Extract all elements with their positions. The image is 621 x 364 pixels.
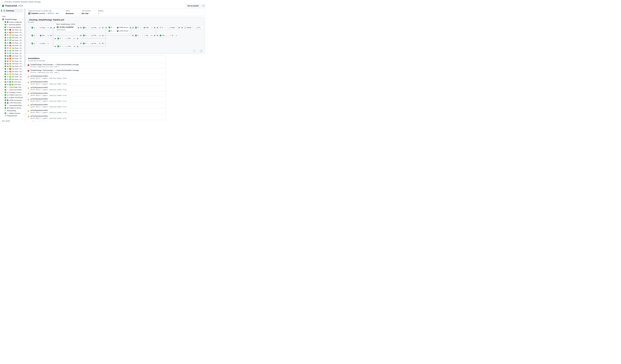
- docs-group-node: S... / ... / HTML Docume...55sS... / ...…: [107, 25, 129, 33]
- penguin-icon: [7, 32, 9, 33]
- sidebar-job-item[interactable]: PublishOnPyPI: [1, 114, 23, 117]
- sidebar-job-item[interactable]: Unit Tests - Python 3.9: [1, 29, 23, 31]
- sidebar-job-item[interactable]: ✎Generate pipeline parameters: [1, 26, 23, 29]
- annotation-title[interactable]: pyTooling/upload-artifact: [31, 92, 68, 94]
- annotation-title[interactable]: pyTooling/upload-artifact: [31, 104, 68, 105]
- actor-link[interactable]: Paebbels: [31, 13, 38, 14]
- annotation-title[interactable]: SimplePackage / DocCoverage / Check docu…: [31, 69, 79, 71]
- sidebar-job-item[interactable]: Unit Tests - Python 3.12: [1, 63, 23, 65]
- sidebar-job-item[interactable]: Publish Code Coverage Results: [1, 94, 23, 96]
- sidebar-job-item[interactable]: Unit Tests - Python 3.10: [1, 57, 23, 60]
- sidebar-job-item[interactable]: Unit Tests - Python 3.10: [1, 44, 23, 47]
- avatar[interactable]: [28, 12, 30, 15]
- sidebar-job-item[interactable]: Unit Tests - Python 3.13: [1, 39, 23, 42]
- sidebar-job-item[interactable]: Publish to GH-Pages: [1, 107, 23, 109]
- graph-node-docs[interactable]: S... / ... / HTML Docume...55s: [108, 27, 128, 28]
- branch-badge[interactable]: dev: [55, 13, 59, 14]
- zoom-in-button[interactable]: +: [200, 50, 203, 52]
- graph-node-gen2[interactable]: S... / ... / ✎ Generate pipelin...0s: [30, 42, 50, 45]
- sidebar-job-item[interactable]: Unit Tests - Python 3.9: [1, 68, 23, 70]
- sidebar-job-item[interactable]: Unit Tests - Python 3.12: [1, 50, 23, 52]
- sidebar-job-item[interactable]: Check documentation covera...: [1, 88, 23, 91]
- sidebar-job-item[interactable]: Package in Source and Wheel...: [1, 91, 23, 94]
- graph-node-gen1[interactable]: S... / ... / ✎ Generate pipelin...0s: [30, 26, 50, 29]
- graph-node-checkstatic[interactable]: S... / ... / Check Static Ty...17s: [56, 37, 77, 40]
- sidebar-job-item[interactable]: Extract configurations from p...: [1, 21, 23, 23]
- sidebar-job-item[interactable]: ✎Generate pipeline parameters: [1, 23, 23, 26]
- sidebar-job-item[interactable]: Unit Tests - Python 3.13: [1, 52, 23, 55]
- sidebar-group-simplepackage[interactable]: SimplePackage: [1, 18, 23, 21]
- python-version-dot-green-icon: [9, 39, 11, 41]
- annotation-detail: macOS doesn't support removing hidden fi…: [31, 117, 68, 119]
- memo-icon: [168, 27, 170, 29]
- annotation-title[interactable]: pyTooling/upload-artifact: [31, 98, 68, 100]
- zoom-out-button[interactable]: −: [197, 50, 200, 52]
- annotation-title[interactable]: pyTooling/upload-artifact: [31, 75, 68, 77]
- graph-node-create[interactable]: S... / ... / Create 'Release Pa...: [158, 26, 178, 29]
- sidebar-job-item[interactable]: Unit Tests - Python 3.12: [1, 75, 23, 78]
- graph-node-pubcov[interactable]: S... / ... / Publish Code C...20s: [82, 26, 102, 29]
- success-check-icon: [4, 81, 6, 83]
- graph-port-dot: [130, 27, 131, 28]
- page-header: ← Verification of Pipeline Templates (Si…: [0, 0, 207, 8]
- annotation-title[interactable]: pyTooling/upload-artifact: [31, 115, 68, 117]
- annotation-title[interactable]: pyTooling/upload-artifact: [31, 109, 68, 111]
- sidebar-job-item[interactable]: Unit Tests - Python 3.9: [1, 42, 23, 44]
- graph-node-docs[interactable]: S... / ... / LaTeX Docume...51s: [108, 30, 128, 32]
- sidebar-job-item[interactable]: Unit Tests - Python 3.9: [1, 55, 23, 57]
- graph-node-extract[interactable]: S... / ... / Extract configur...4s: [30, 34, 50, 37]
- python-version-dot-yellow-icon: [9, 34, 11, 36]
- graph-node-ghpages[interactable]: S... / ... / Publish to GH-P...7s: [134, 26, 154, 29]
- graph-node-pubtest[interactable]: S... / ... / Publish Test Re...13s: [82, 34, 102, 37]
- kebab-menu-button[interactable]: •••: [202, 4, 206, 8]
- graph-node-checkdoc[interactable]: S... / ... / Check docume...18s: [56, 45, 77, 48]
- chart-icon: [91, 27, 93, 29]
- annotation-row: pyTooling/upload-artifactmacOS doesn't s…: [26, 74, 165, 80]
- sidebar-job-item[interactable]: Unit Tests - Python 3.12: [1, 83, 23, 86]
- warning-icon: [28, 93, 29, 95]
- sidebar-job-item[interactable]: Unit Tests - Python 3.10: [1, 31, 23, 34]
- sidebar-job-item[interactable]: Unit Tests - Python 3.11: [1, 60, 23, 63]
- sidebar-job-item[interactable]: HTML Documentation using ...: [1, 99, 23, 102]
- graph-node-pypi[interactable]: Simple... / ... / Publish to PyPI: [183, 26, 204, 29]
- annotation-title[interactable]: pyTooling/upload-artifact: [31, 81, 68, 83]
- annotation-detail: macOS doesn't support removing hidden fi…: [31, 112, 68, 113]
- status-label: Status: [66, 10, 76, 12]
- sidebar-job-item[interactable]: LaTeX Documentation using ...: [1, 102, 23, 104]
- sidebar-item-summary[interactable]: Summary: [2, 9, 23, 13]
- sidebar-job-item[interactable]: Unit Tests - Python 3.11: [1, 34, 23, 36]
- sidebar-job-item[interactable]: Publish Test Results: [1, 96, 23, 99]
- annotation-title[interactable]: SimplePackage / DocCoverage / Check docu…: [31, 64, 79, 66]
- success-check-icon: [4, 76, 6, 78]
- action-text: pushed: [39, 13, 45, 14]
- rerun-all-jobs-button[interactable]: Re-run all jobs: [186, 4, 200, 8]
- package-icon: [7, 91, 9, 93]
- chevron-up-icon[interactable]: [22, 19, 23, 20]
- graph-node-package[interactable]: S... / ... / Package in Sou...18s: [82, 42, 102, 45]
- annotation-title[interactable]: pyTooling/upload-artifact: [31, 87, 68, 88]
- sidebar-job-item[interactable]: Check Static Typing using Pyt...: [1, 86, 23, 88]
- sidebar-job-item[interactable]: Unit Tests - Python 3.11: [1, 73, 23, 75]
- graph-port-dot: [133, 27, 133, 28]
- sidebar-job-item[interactable]: Unit Tests - Python 3.13: [1, 78, 23, 81]
- sidebar-job-item[interactable]: Unit Tests - Python 3.13: [1, 65, 23, 68]
- sidebar-job-item[interactable]: Unit Tests - Python 3.12: [1, 36, 23, 39]
- show-all-jobs-link[interactable]: Show all jobs: [57, 29, 76, 31]
- annotation-title[interactable]: pyTooling/upload-artifact: [31, 121, 68, 121]
- windows-icon: [7, 50, 9, 52]
- sidebar-job-item[interactable]: ReleasePage: [1, 109, 23, 112]
- commit-link[interactable]: d0f07e1: [46, 13, 54, 14]
- back-link[interactable]: ← Verification of Pipeline Templates (Si…: [1, 1, 206, 3]
- fullscreen-button[interactable]: [193, 50, 196, 52]
- sidebar-job-item[interactable]: Intermediate Artifact Cleanup: [1, 104, 23, 107]
- sidebar-job-item[interactable]: Unit Tests - Python 3.10: [1, 70, 23, 73]
- sidebar-job-item[interactable]: Artifact Cleanup: [1, 112, 23, 115]
- graph-node-intermediate[interactable]: S... / ... / Intermediate A...16s: [134, 34, 154, 37]
- node-duration: 16s: [150, 35, 153, 36]
- sidebar-scrollbar-thumb[interactable]: [24, 9, 25, 67]
- chart-icon: [7, 94, 9, 96]
- graph-node-artifact[interactable]: Sim... / ... / Artifact Cleanup4s: [158, 34, 178, 37]
- sidebar-job-item[interactable]: Unit Tests - Python 3.11: [1, 47, 23, 50]
- matrix-group-node[interactable]: 22 jobs completed Show all jobs: [55, 25, 78, 32]
- sidebar-job-item[interactable]: Unit Tests - Python 3.12: [1, 81, 23, 83]
